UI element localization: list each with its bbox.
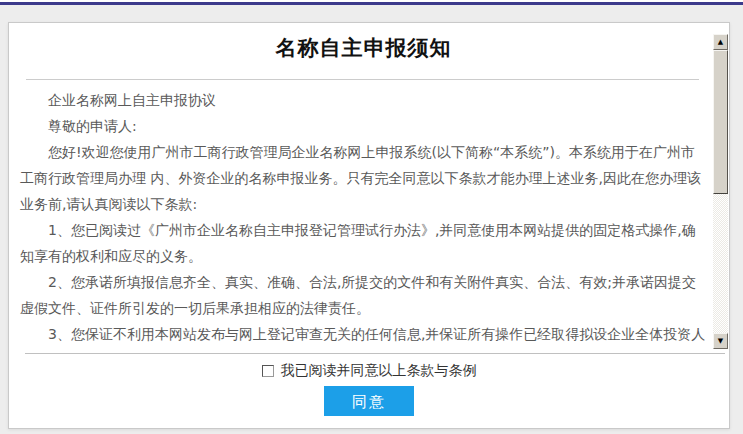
agree-checkbox-row[interactable]: 我已阅读并同意以上条款与条例 xyxy=(9,361,729,381)
top-accent-bar xyxy=(0,2,743,5)
agreement-paragraph: 2、您承诺所填报信息齐全、真实、准确、合法,所提交的文件和有关附件真实、合法、有… xyxy=(20,269,707,321)
agree-button[interactable]: 同意 xyxy=(324,386,414,416)
agreement-paragraph: 3、您保证不利用本网站发布与网上登记审查无关的任何信息,并保证所有操作已经取得拟… xyxy=(20,321,707,349)
agreement-paragraph: 您好!欢迎您使用广州市工商行政管理局企业名称网上申报系统(以下简称“本系统”)。… xyxy=(20,139,707,217)
agreement-salutation: 尊敬的申请人: xyxy=(20,113,707,139)
notice-scroll-area[interactable]: 名称自主申报须知 企业名称网上自主申报协议 尊敬的申请人: 您好!欢迎您使用广州… xyxy=(10,33,709,349)
vertical-scrollbar[interactable]: ▲ ▼ xyxy=(713,34,728,349)
agreement-text: 企业名称网上自主申报协议 尊敬的申请人: 您好!欢迎您使用广州市工商行政管理局企… xyxy=(20,87,707,349)
agreement-paragraph: 1、您已阅读过《广州市企业名称自主申报登记管理试行办法》,并同意使用本网站提供的… xyxy=(20,217,707,269)
notice-dialog: 名称自主申报须知 企业名称网上自主申报协议 尊敬的申请人: 您好!欢迎您使用广州… xyxy=(8,22,730,429)
agreement-heading: 企业名称网上自主申报协议 xyxy=(20,87,707,113)
agree-checkbox-label: 我已阅读并同意以上条款与条例 xyxy=(281,362,477,380)
bottom-divider xyxy=(25,353,725,354)
title-divider xyxy=(26,79,699,80)
scroll-down-icon[interactable]: ▼ xyxy=(713,333,728,349)
scrollbar-thumb[interactable] xyxy=(713,50,728,194)
scroll-up-icon[interactable]: ▲ xyxy=(713,34,728,50)
agreement-paragraphs: 您好!欢迎您使用广州市工商行政管理局企业名称网上申报系统(以下简称“本系统”)。… xyxy=(20,139,707,349)
agree-checkbox[interactable] xyxy=(262,365,274,377)
dialog-title: 名称自主申报须知 xyxy=(20,35,707,61)
